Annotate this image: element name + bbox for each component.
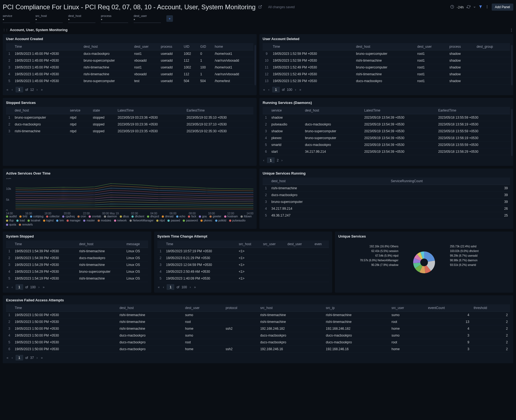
legend-item[interactable]: goa xyxy=(199,215,207,218)
filter-service[interactable]: service* xyxy=(3,14,30,23)
table-row[interactable]: 119/05/2023 1:54:39 PM +0530rishi-timema… xyxy=(6,248,148,255)
legend-item[interactable]: ntpd xyxy=(156,219,165,222)
page-prev-icon[interactable]: ‹ xyxy=(11,88,13,92)
refresh-icon[interactable] xyxy=(467,5,470,10)
table-row[interactable]: 419/05/2023 1:50:00 PM +0530ducs-macbook… xyxy=(6,332,510,339)
more-icon[interactable] xyxy=(485,5,489,10)
table-row[interactable]: 319/05/2023 12:04:59 PM +0530<1> xyxy=(157,262,329,268)
table-row[interactable]: 218/05/2023 6:21:29 PM +0530<1> xyxy=(157,255,329,262)
page-input[interactable] xyxy=(16,87,23,92)
legend-item[interactable]: network xyxy=(114,219,127,222)
page-input[interactable] xyxy=(267,157,275,163)
page-first-icon[interactable]: « xyxy=(6,356,9,360)
legend-item[interactable]: hostnam xyxy=(224,215,238,218)
table-row[interactable]: 3rishi-timemachinentpdstopped2023/05/19 … xyxy=(6,128,253,135)
legend-item[interactable]: cpufreq xyxy=(62,215,74,218)
scrollbar[interactable] xyxy=(511,45,513,85)
page-input[interactable] xyxy=(16,355,23,361)
legend-item[interactable]: brld xyxy=(19,215,27,218)
legend-item[interactable]: logind xyxy=(43,219,54,222)
legend-item[interactable]: echo xyxy=(176,215,185,218)
table-row[interactable]: 1019/05/2023 1:52:59 PM +0530rishi-timem… xyxy=(263,57,510,64)
page-input[interactable] xyxy=(167,284,174,290)
legend-item[interactable]: dhcpcd xyxy=(147,215,159,218)
legend-item[interactable]: NetworkManager xyxy=(130,219,154,222)
legend-item[interactable]: daemon xyxy=(104,215,117,218)
add-panel-button[interactable]: Add Panel xyxy=(492,4,513,11)
table-row[interactable]: 1319/05/2023 1:52:39 PM +0530ducs-macboo… xyxy=(263,78,510,85)
table-row[interactable]: 519/05/2023 1:40:09 PM +0530<1> xyxy=(157,275,329,282)
legend-item[interactable]: auditd xyxy=(6,215,17,218)
table-row[interactable]: 4pkexecbruno-supercomputer2023/05/19 13:… xyxy=(263,135,510,142)
table-row[interactable]: 319/05/2023 1:50:00 PM +0530rishi-timema… xyxy=(6,325,510,332)
refresh-dropdown-icon[interactable] xyxy=(473,5,476,9)
legend-item[interactable]: crontab xyxy=(89,215,101,218)
table-row[interactable]: 619/05/2023 1:50:00 PM +0530ducs-macbook… xyxy=(6,346,510,353)
legend-item[interactable]: coldplug xyxy=(30,215,43,218)
page-next-icon[interactable]: › xyxy=(36,356,38,360)
table-row[interactable]: 3bruno-supercomputer39 xyxy=(263,199,510,205)
page-last-icon[interactable]: » xyxy=(193,285,196,289)
legend-item[interactable]: polkitd xyxy=(215,219,226,222)
table-row[interactable]: 519/05/2023 1:54:19 PM +0530rishi-timema… xyxy=(6,275,148,282)
page-next-icon[interactable]: › xyxy=(189,285,191,289)
legend-item[interactable]: password xyxy=(183,219,198,222)
table-row[interactable]: 2pulseaudioducs-macbookpro2023/05/19 13:… xyxy=(263,121,510,128)
legend-item[interactable]: cron xyxy=(77,215,86,218)
legend-item[interactable]: dmraid xyxy=(162,215,173,218)
scrollbar[interactable] xyxy=(254,45,256,85)
time-range[interactable]: -24h xyxy=(457,5,464,9)
table-row[interactable]: 5smartdducs-macbookpro2023/05/19 13:54:3… xyxy=(263,142,510,148)
legend-item[interactable]: load xyxy=(16,219,25,222)
table-row[interactable]: 519/05/2023 1:45:00 PM +0530bruno-superc… xyxy=(6,78,253,85)
legend-item[interactable]: localnet xyxy=(28,219,40,222)
table-row[interactable]: 6start34.217.99.2142023/05/19 13:54:39 +… xyxy=(263,148,510,155)
add-filter-button[interactable]: + xyxy=(166,15,173,22)
table-row[interactable]: 1bruno-supercomputerntpdstopped2023/05/1… xyxy=(6,114,253,121)
legend-item[interactable]: master xyxy=(83,219,95,222)
page-last-icon[interactable]: » xyxy=(299,88,302,92)
legend-item[interactable]: ifup xyxy=(6,219,14,222)
page-prev-icon[interactable]: ‹ xyxy=(11,356,13,360)
page-last-icon[interactable]: » xyxy=(40,356,43,360)
table-row[interactable]: 519/05/2023 1:50:00 PM +0530ducs-macbook… xyxy=(6,339,510,346)
table-row[interactable]: 119/05/2023 1:45:00 PM +0530ducs-macbook… xyxy=(6,50,253,57)
legend-item[interactable]: fsck xyxy=(188,215,196,218)
page-next-icon[interactable]: › xyxy=(295,88,297,92)
page-prev-icon[interactable]: ‹ xyxy=(268,88,270,92)
unique-services-pie[interactable]: 192.16k (16.8%) Others62.41k (5.5%) sess… xyxy=(338,241,510,284)
page-prev-icon[interactable]: ‹ xyxy=(162,285,164,289)
drag-handle-icon[interactable]: ⋮⋮ xyxy=(3,28,8,31)
filter-src-host[interactable]: src_host* xyxy=(35,14,63,23)
table-row[interactable]: 419/05/2023 1:54:29 PM +0530bruno-superc… xyxy=(6,268,148,275)
page-prev-icon[interactable]: ‹ xyxy=(263,158,265,162)
table-row[interactable]: 319/05/2023 1:54:29 PM +0530rishi-timema… xyxy=(6,262,148,268)
legend-item[interactable]: pulseaudio xyxy=(229,219,245,222)
page-next-icon[interactable]: › xyxy=(281,158,283,162)
table-row[interactable]: 549.36.17.24725 xyxy=(263,212,510,219)
table-row[interactable]: 219/05/2023 1:45:00 PM +0530bruno-superc… xyxy=(6,57,253,64)
scrollbar[interactable] xyxy=(511,109,513,156)
table-row[interactable]: 319/05/2023 1:45:00 PM +0530rishi-timema… xyxy=(6,64,253,71)
table-row[interactable]: 1rishi-timemachine39 xyxy=(263,185,510,192)
table-row[interactable]: 2ducs-macbookpro39 xyxy=(263,192,510,199)
legend-item[interactable]: quota xyxy=(6,223,16,226)
active-services-chart[interactable]: 05k10k15k xyxy=(6,178,253,211)
share-icon[interactable] xyxy=(258,5,262,10)
legend-item[interactable]: manager xyxy=(67,219,80,222)
table-row[interactable]: 2ducs-macbookprontpdstopped2023/05/19 03… xyxy=(6,121,253,128)
page-first-icon[interactable]: « xyxy=(263,88,266,92)
filter-icon[interactable] xyxy=(479,5,482,10)
page-last-icon[interactable]: » xyxy=(42,285,45,289)
clock-icon[interactable] xyxy=(450,5,454,10)
legend-item[interactable]: modules xyxy=(98,219,111,222)
filter-process[interactable]: process* xyxy=(101,14,128,23)
table-row[interactable]: 219/05/2023 1:50:00 PM +0530rishi-timema… xyxy=(6,319,510,325)
table-row[interactable]: 419/05/2023 2:50:49 AM +0530<1> xyxy=(157,268,329,275)
legend-item[interactable]: remotefs xyxy=(19,223,33,226)
table-row[interactable]: 919/05/2023 1:52:59 PM +0530bruno-superc… xyxy=(263,50,510,57)
page-first-icon[interactable]: « xyxy=(157,285,160,289)
page-input[interactable] xyxy=(16,284,23,290)
page-next-icon[interactable]: › xyxy=(38,285,40,289)
legend-item[interactable]: collector xyxy=(46,215,59,218)
